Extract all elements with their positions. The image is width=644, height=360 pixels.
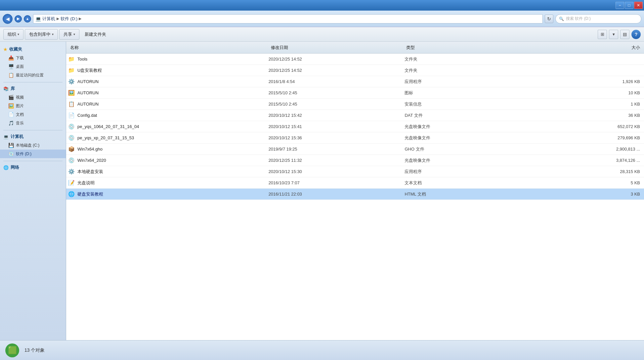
file-type-cell: 光盘映像文件 — [403, 124, 539, 130]
table-row[interactable]: 📦 Win7x64.gho 2019/9/7 19:25 GHO 文件 2,90… — [66, 144, 644, 155]
file-type-cell: HTML 文档 — [403, 191, 539, 197]
desktop-label: 桌面 — [16, 64, 24, 69]
sidebar-item-desktop[interactable]: 🖥️ 桌面 — [0, 62, 66, 71]
table-row[interactable]: 🌐 硬盘安装教程 2016/11/21 22:03 HTML 文档 3 KB — [66, 189, 644, 200]
sidebar-divider-2 — [3, 130, 63, 130]
file-size-cell: 5 KB — [539, 180, 642, 185]
file-date-cell: 2020/12/25 14:52 — [267, 68, 403, 73]
column-header-date[interactable]: 修改日期 — [269, 45, 404, 51]
help-button[interactable]: ? — [631, 30, 641, 39]
sidebar-item-cdrive[interactable]: 💾 本地磁盘 (C:) — [0, 141, 66, 150]
file-name-cell: 💿 pe_yqs_xp_20_07_31_15_53 — [68, 135, 267, 141]
view-toggle-button[interactable]: ⊞ — [598, 30, 607, 39]
sidebar-section-computer: 💻 计算机 💾 本地磁盘 (C:) 💿 软件 (D:) — [0, 132, 66, 158]
file-type-cell: 光盘映像文件 — [403, 158, 539, 163]
forward-button[interactable]: ▶ — [15, 15, 22, 22]
share-button[interactable]: 共享 ▾ — [59, 29, 79, 40]
file-name-cell: 📋 AUTORUN — [68, 101, 267, 108]
sidebar-item-recent[interactable]: 📋 最近访问的位置 — [0, 71, 66, 79]
sidebar-item-music[interactable]: 🎵 音乐 — [0, 119, 66, 127]
breadcrumb-drive-label[interactable]: 软件 (D:) — [61, 16, 77, 22]
file-name-cell: 📁 Tools — [68, 56, 267, 63]
file-type-icon: 📁 — [68, 67, 75, 74]
sidebar-section-favorites: ★ 收藏夹 📥 下载 🖥️ 桌面 📋 最近访问的位置 — [0, 45, 66, 79]
sidebar-header-library[interactable]: 📚 库 — [0, 84, 66, 93]
table-row[interactable]: 📄 Config.dat 2020/10/12 15:42 DAT 文件 36 … — [66, 110, 644, 121]
table-row[interactable]: 📁 Tools 2020/12/25 14:52 文件夹 — [66, 54, 644, 65]
docs-label: 文档 — [16, 112, 24, 117]
file-type-cell: 文件夹 — [403, 68, 539, 73]
file-name: AUTORUN — [77, 90, 99, 95]
column-header-name[interactable]: 名称 — [68, 45, 269, 51]
file-size-cell: 28,315 KB — [539, 169, 642, 174]
file-type-cell: 文本文档 — [403, 180, 539, 186]
file-type-cell: 图标 — [403, 90, 539, 96]
file-type-icon: 📁 — [68, 56, 75, 63]
table-row[interactable]: 📋 AUTORUN 2015/5/10 2:45 安装信息 1 KB — [66, 99, 644, 110]
toolbar-right: ⊞ ▾ ▤ ? — [598, 30, 641, 39]
sidebar-header-network[interactable]: 🌐 网络 — [0, 163, 66, 172]
table-row[interactable]: 💿 Win7x64_2020 2020/12/25 11:32 光盘映像文件 3… — [66, 155, 644, 166]
table-row[interactable]: 💿 pe_yqs_xp_20_07_31_15_53 2020/10/12 15… — [66, 132, 644, 144]
sidebar-section-network: 🌐 网络 — [0, 163, 66, 172]
file-size-cell: 2,900,813 ... — [539, 147, 642, 152]
file-size-cell: 1,926 KB — [539, 79, 642, 84]
up-button[interactable]: ▲ — [24, 15, 31, 22]
sidebar-item-ddrive[interactable]: 💿 软件 (D:) — [0, 150, 66, 158]
file-name-cell: 📝 光盘说明 — [68, 180, 267, 186]
file-date-cell: 2020/12/25 14:52 — [267, 57, 403, 62]
new-folder-button[interactable]: 新建文件夹 — [81, 29, 110, 40]
file-size-cell: 10 KB — [539, 90, 642, 95]
file-type-icon: 🌐 — [68, 191, 75, 198]
table-row[interactable]: ⚙️ AUTORUN 2016/1/8 4:54 应用程序 1,926 KB — [66, 76, 644, 87]
view-toggle-button-2[interactable]: ▾ — [609, 30, 618, 39]
cdrive-icon: 💾 — [8, 142, 14, 148]
file-date-cell: 2016/11/21 22:03 — [267, 192, 403, 197]
file-date-cell: 2020/10/12 15:30 — [267, 169, 403, 174]
sidebar-item-docs[interactable]: 📄 文档 — [0, 110, 66, 119]
desktop-icon: 🖥️ — [8, 64, 14, 69]
file-date-cell: 2020/10/12 15:36 — [267, 135, 403, 140]
close-button[interactable]: ✕ — [634, 2, 643, 9]
favorites-label: 收藏夹 — [9, 46, 22, 52]
sidebar-item-video[interactable]: 🎬 视频 — [0, 93, 66, 102]
breadcrumb-computer-label[interactable]: 计算机 — [42, 16, 55, 22]
sidebar-header-computer[interactable]: 💻 计算机 — [0, 132, 66, 141]
breadcrumb-arrow-1: ▶ — [57, 17, 59, 21]
sidebar-header-favorites[interactable]: ★ 收藏夹 — [0, 45, 66, 54]
file-name: U盘安装教程 — [77, 68, 102, 73]
table-row[interactable]: 📝 光盘说明 2016/10/23 7:07 文本文档 5 KB — [66, 177, 644, 189]
sidebar-divider-1 — [3, 82, 63, 82]
column-header-size[interactable]: 大小 — [539, 45, 642, 51]
maximize-button[interactable]: □ — [625, 2, 633, 9]
file-type-cell: 应用程序 — [403, 169, 539, 175]
file-name-cell: ⚙️ 本地硬盘安装 — [68, 168, 267, 175]
table-row[interactable]: 💿 pe_yqs_1064_20_07_31_16_04 2020/10/12 … — [66, 121, 644, 132]
file-size-cell: 652,072 KB — [539, 124, 642, 129]
docs-icon: 📄 — [8, 112, 14, 117]
file-date-cell: 2015/5/10 2:45 — [267, 90, 403, 95]
recent-icon: 📋 — [8, 72, 14, 78]
file-name-cell: 📄 Config.dat — [68, 112, 267, 119]
sidebar-item-downloads[interactable]: 📥 下载 — [0, 54, 66, 62]
table-row[interactable]: ⚙️ 本地硬盘安装 2020/10/12 15:30 应用程序 28,315 K… — [66, 166, 644, 177]
table-row[interactable]: 📁 U盘安装教程 2020/12/25 14:52 文件夹 — [66, 65, 644, 76]
file-size-cell: 279,696 KB — [539, 135, 642, 140]
sidebar-item-pictures[interactable]: 🖼️ 图片 — [0, 102, 66, 110]
organize-button[interactable]: 组织 ▾ — [3, 29, 23, 40]
include-library-button[interactable]: 包含到库中 ▾ — [25, 29, 58, 40]
title-bar: − □ ✕ — [0, 0, 644, 11]
table-row[interactable]: 🖼️ AUTORUN 2015/5/10 2:45 图标 10 KB — [66, 87, 644, 99]
column-header-type[interactable]: 类型 — [404, 45, 539, 51]
file-name-cell: ⚙️ AUTORUN — [68, 78, 267, 85]
file-date-cell: 2020/12/25 11:32 — [267, 158, 403, 163]
file-name: AUTORUN — [77, 79, 99, 84]
music-icon: 🎵 — [8, 120, 14, 126]
refresh-button[interactable]: ↻ — [545, 15, 553, 23]
back-button[interactable]: ◀ — [3, 14, 13, 24]
preview-pane-button[interactable]: ▤ — [620, 30, 629, 39]
minimize-button[interactable]: − — [616, 2, 624, 9]
search-box[interactable]: 🔍 搜索 软件 (D:) — [555, 14, 641, 23]
toolbar: 组织 ▾ 包含到库中 ▾ 共享 ▾ 新建文件夹 ⊞ ▾ ▤ ? — [0, 27, 644, 42]
include-label: 包含到库中 — [29, 31, 51, 37]
